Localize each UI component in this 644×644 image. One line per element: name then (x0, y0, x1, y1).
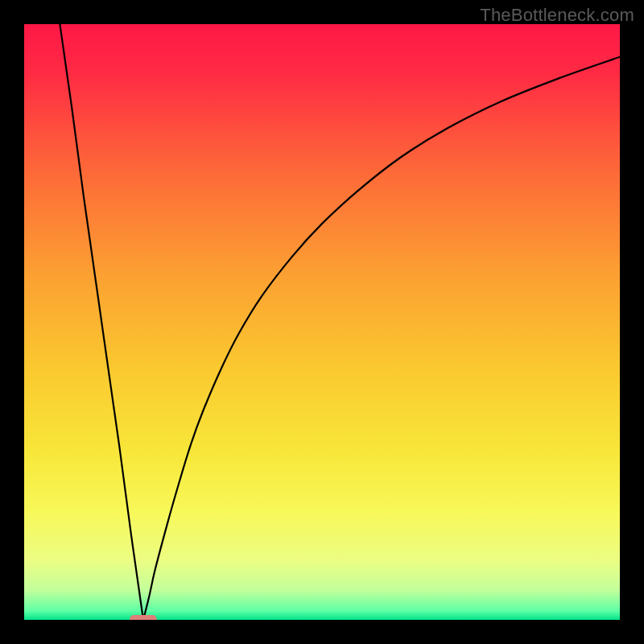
optimum-marker (130, 615, 156, 620)
gradient-background (24, 24, 620, 620)
bottleneck-chart (24, 24, 620, 620)
watermark-text: TheBottleneck.com (480, 5, 634, 26)
chart-frame: TheBottleneck.com (0, 0, 644, 644)
